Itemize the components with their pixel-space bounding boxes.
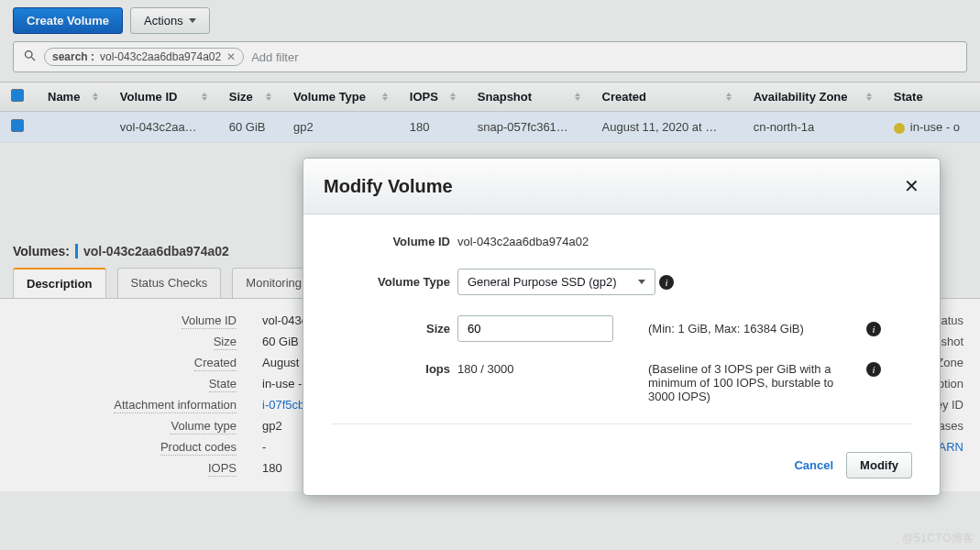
val-modal-volume-id: vol-043c2aa6dba974a02 [457,235,894,248]
modal-header: Modify Volume ✕ [303,159,940,214]
sort-icon[interactable] [93,93,98,101]
lbl-volume-type: Volume type [171,419,237,434]
search-filter-prefix: search : [52,50,94,63]
lbl-modal-size: Size [331,322,450,336]
volume-type-selected: General Purpose SSD (gp2) [468,275,617,289]
info-icon[interactable]: i [659,275,674,290]
info-icon[interactable]: i [866,362,881,377]
watermark: @51CTO博客 [902,531,974,546]
modify-volume-modal: Modify Volume ✕ Volume ID vol-043c2aa6db… [303,158,941,496]
col-state[interactable]: State [894,90,923,104]
col-az[interactable]: Availability Zone [754,90,848,104]
cell-size: 60 GiB [218,112,282,143]
lbl-state: State [209,377,237,392]
svg-line-1 [31,57,35,60]
lbl-modal-iops: Iops [331,362,450,376]
cell-volume-id: vol-043c2aa… [109,112,218,143]
lbl-volume-id: Volume ID [182,314,237,329]
right-label: ption [938,377,963,390]
iops-hint: (Baseline of 3 IOPS per GiB with a minim… [648,362,859,403]
sort-icon[interactable] [450,93,456,101]
cancel-button[interactable]: Cancel [794,458,833,472]
cell-iops: 180 [399,112,467,143]
actions-button[interactable]: Actions [130,7,210,34]
sort-icon[interactable] [266,93,271,101]
cell-state: in-use - o [910,120,960,134]
sort-icon[interactable] [575,93,580,101]
lbl-iops: IOPS [208,461,237,477]
val-modal-iops: 180 / 3000 [457,362,641,376]
right-label: tatus [938,314,963,327]
cell-snapshot: snap-057fc361… [467,112,591,143]
add-filter-placeholder[interactable]: Add filter [251,50,298,64]
col-volume-type[interactable]: Volume Type [293,90,366,104]
cell-volume-type: gp2 [282,112,399,143]
cell-created: August 11, 2020 at … [591,112,743,143]
col-name[interactable]: Name [48,90,80,104]
volume-type-select[interactable]: General Purpose SSD (gp2) [457,269,655,295]
info-icon[interactable]: i [866,322,881,336]
col-snapshot[interactable]: Snapshot [478,90,532,104]
right-label[interactable]: ARN [939,440,963,454]
cell-name [37,112,109,143]
actions-label: Actions [144,14,183,28]
volumes-table: Name Volume ID Size Volume Type IOPS Sna… [0,82,980,143]
search-filter-value: vol-043c2aa6dba974a02 [100,50,221,63]
lbl-created: Created [194,356,237,371]
modify-button[interactable]: Modify [846,452,912,478]
table-row[interactable]: vol-043c2aa… 60 GiB gp2 180 snap-057fc36… [0,112,980,143]
modal-footer: Cancel Modify [303,445,940,495]
modal-body: Volume ID vol-043c2aa6dba974a02 Volume T… [303,214,940,445]
detail-title-id: vol-043c2aa6dba974a02 [83,244,229,258]
cell-az: cn-north-1a [743,112,883,143]
sort-icon[interactable] [202,93,207,101]
select-all-checkbox[interactable] [11,89,24,102]
divider [331,424,912,424]
divider-icon [75,244,78,258]
size-input[interactable] [457,315,613,342]
col-volume-id[interactable]: Volume ID [120,90,178,104]
close-icon[interactable]: ✕ [904,175,919,197]
sort-icon[interactable] [726,93,732,101]
row-checkbox[interactable] [11,119,24,132]
col-iops[interactable]: IOPS [410,90,438,104]
sort-icon[interactable] [382,93,388,101]
sort-icon[interactable] [866,93,872,101]
chevron-down-icon [189,18,196,23]
size-hint: (Min: 1 GiB, Max: 16384 GiB) [648,322,859,336]
lbl-attach: Attachment information [114,398,237,413]
create-volume-button[interactable]: Create Volume [13,7,123,34]
lbl-modal-type: Volume Type [331,275,450,289]
status-dot-icon [894,123,905,134]
chevron-down-icon [638,280,645,284]
tab-status-checks[interactable]: Status Checks [117,268,222,298]
val-state: in-use - [262,377,305,390]
col-created[interactable]: Created [602,90,646,104]
svg-point-0 [26,51,33,59]
search-filter-tag[interactable]: search : vol-043c2aa6dba974a02 ✕ [44,48,244,66]
tab-description[interactable]: Description [13,268,106,298]
lbl-modal-volume-id: Volume ID [331,235,450,248]
modal-title: Modify Volume [324,176,453,197]
search-bar[interactable]: search : vol-043c2aa6dba974a02 ✕ Add fil… [13,41,967,72]
col-size[interactable]: Size [229,90,253,104]
lbl-size: Size [214,335,237,350]
toolbar: Create Volume Actions [0,0,980,41]
lbl-product-codes: Product codes [160,440,237,456]
close-icon[interactable]: ✕ [226,50,236,63]
detail-title-prefix: Volumes: [13,244,70,258]
search-icon [23,49,37,65]
